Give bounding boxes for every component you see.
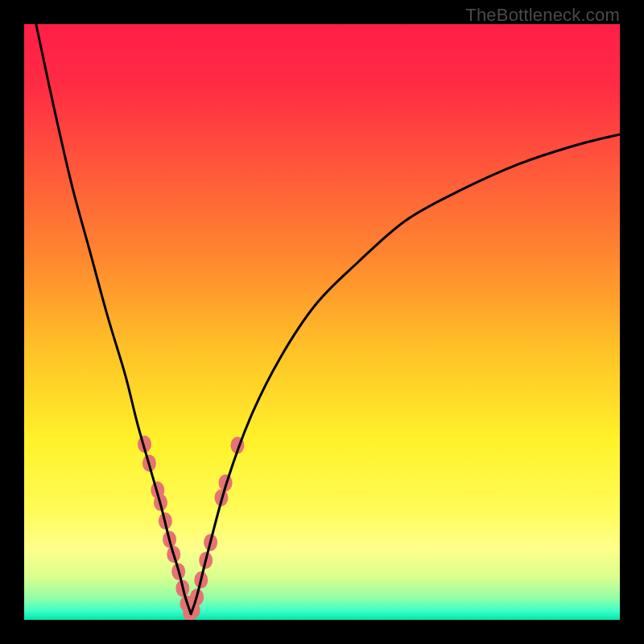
watermark-text: TheBottleneck.com bbox=[465, 5, 620, 26]
chart-frame: TheBottleneck.com bbox=[0, 0, 644, 644]
curve-right-branch bbox=[191, 134, 620, 614]
plot-area bbox=[24, 24, 620, 620]
markers-group bbox=[138, 436, 244, 620]
chart-svg bbox=[24, 24, 620, 620]
